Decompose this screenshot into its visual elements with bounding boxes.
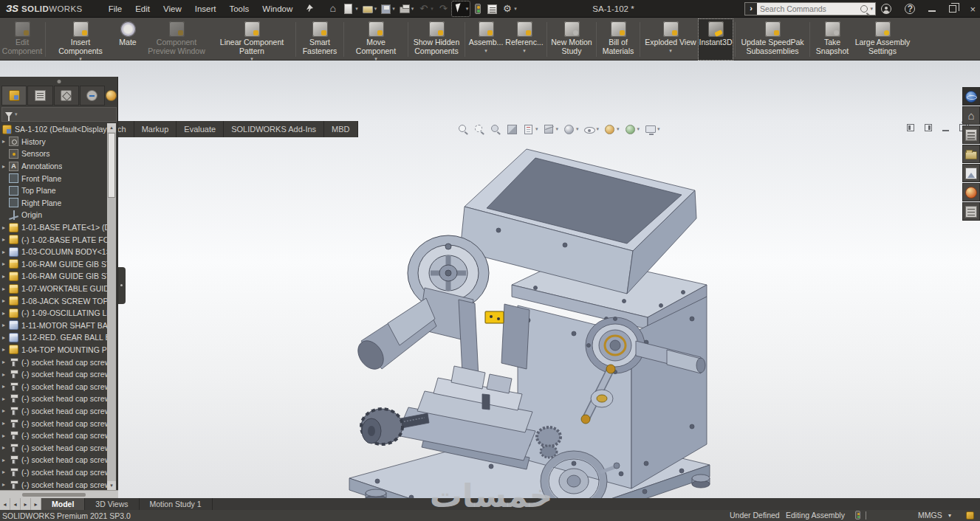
tree-vertical-scrollbar[interactable]: ▴ ▾ <box>107 123 116 490</box>
expand-arrow-icon[interactable]: ▸ <box>2 286 9 292</box>
appearances-scenes-tab[interactable] <box>962 183 980 201</box>
tab-markup[interactable]: Markup <box>134 121 177 137</box>
tree-item-component[interactable]: ▸ 1-01-BASE PLATE<1> (D <box>0 221 108 234</box>
open-button[interactable]: ▾ <box>361 1 379 16</box>
tree-item-component[interactable]: ▸ (-) 1-09-OSCILLATING LE <box>0 307 108 320</box>
expand-arrow-icon[interactable]: ▸ <box>2 396 9 402</box>
large-assembly-settings-button[interactable]: Large Assembly Settings ▾ <box>852 19 913 60</box>
tree-item-component[interactable]: ▸ 1-07-WORKTABLE GUIDE <box>0 283 108 295</box>
tree-item-component[interactable]: ▸ 1-12-RED. GEAR BALL BE <box>0 331 108 344</box>
tree-item-fastener[interactable]: ▸ (-) socket head cap screw <box>0 466 108 479</box>
expand-arrow-icon[interactable]: ▸ <box>2 236 9 243</box>
select-button[interactable]: ▾ <box>452 1 470 16</box>
scrollbar-thumb[interactable] <box>22 493 86 497</box>
tree-item-history[interactable]: ▸ History <box>0 136 108 148</box>
tree-root-item[interactable]: SA-1-102 (Default<Display <box>0 123 108 136</box>
view-orientation-button[interactable]: ▾ <box>544 124 559 135</box>
highlighted-tool-insert[interactable] <box>485 311 504 323</box>
scroll-up-button[interactable]: ▴ <box>107 123 116 132</box>
graphics-area[interactable]: AssemblyLayoutSketchMarkupEvaluateSOLIDW… <box>0 61 980 498</box>
tab-mbd[interactable]: MBD <box>324 121 357 137</box>
tree-filter-bar[interactable]: ▾ <box>1 107 117 122</box>
file-properties-button[interactable]: ▾ <box>486 1 498 16</box>
update-speedpak-button[interactable]: Update SpeedPak Subassemblies ▾ <box>738 19 807 60</box>
search-icon[interactable] <box>860 5 868 13</box>
home-button[interactable]: ▾ <box>326 1 340 16</box>
dynamic-annotation-views-button[interactable]: ▾ <box>523 124 538 135</box>
menu-view[interactable]: View <box>157 1 188 16</box>
tree-item-top-plane[interactable]: ▸ Top Plane <box>0 184 108 197</box>
scroll-last-button[interactable]: ▸ <box>31 498 41 510</box>
take-snapshot-button[interactable]: Take Snapshot ▾ <box>812 19 852 60</box>
insert-components-button[interactable]: Insert Components ▾ <box>48 19 113 60</box>
tree-item-component[interactable]: ▸ 1-11-MOTOR SHAFT BAL <box>0 320 108 332</box>
file-explorer-tab[interactable] <box>962 145 980 163</box>
worktable-vice-part[interactable] <box>397 366 535 469</box>
reduction-gear-part[interactable] <box>537 427 561 458</box>
tree-item-component[interactable]: ▸ (-) 1-02-BASE PLATE FOO <box>0 233 108 246</box>
tab-evaluate[interactable]: Evaluate <box>177 121 224 137</box>
expand-arrow-icon[interactable]: ▸ <box>2 322 9 328</box>
new-document-button[interactable]: ▾ <box>341 1 360 16</box>
view-settings-button[interactable]: ▾ <box>645 125 660 134</box>
show-hidden-components-button[interactable]: Show Hidden Components ▾ <box>411 19 462 60</box>
smart-fasteners-button[interactable]: Smart Fasteners ▾ <box>298 19 341 60</box>
zoom-to-fit-button[interactable]: ▾ <box>458 124 469 135</box>
menu-insert[interactable]: Insert <box>188 1 223 16</box>
menu-tools[interactable]: Tools <box>222 1 256 16</box>
expand-arrow-icon[interactable]: ▸ <box>2 334 9 341</box>
displaymanager-tab[interactable] <box>106 86 117 106</box>
expand-arrow-icon[interactable]: ▸ <box>2 407 9 414</box>
tree-item-fastener[interactable]: ▸ (-) socket head cap screw <box>0 478 108 490</box>
tree-item-component[interactable]: ▸ 1-06-RAM GUIDE GIB ST <box>0 270 108 283</box>
restore-button[interactable] <box>949 5 956 13</box>
motion-study-1-tab[interactable]: Motion Study 1 <box>140 498 213 510</box>
featuremanager-tab[interactable] <box>1 86 27 106</box>
tree-item-fastener[interactable]: ▸ (-) socket head cap screw <box>0 368 108 381</box>
apply-scene-button[interactable]: ▾ <box>625 124 640 135</box>
tree-item-fastener[interactable]: ▸ (-) socket head cap screw <box>0 393 108 405</box>
panel-splitter-handle[interactable] <box>118 267 126 304</box>
configurationmanager-tab[interactable] <box>54 86 79 106</box>
tree-item-fastener[interactable]: ▸ (-) socket head cap screw <box>0 441 108 454</box>
search-input[interactable] <box>757 4 860 13</box>
section-view-button[interactable]: ▾ <box>507 124 518 135</box>
expand-arrow-icon[interactable]: ▸ <box>2 359 9 365</box>
scroll-down-button[interactable]: ▾ <box>107 481 116 490</box>
linear-component-pattern-button[interactable]: Linear Component Pattern ▾ <box>210 19 293 60</box>
tree-item-component[interactable]: ▸ 1-04-TOP MOUNTING PL <box>0 344 108 356</box>
tree-item-fastener[interactable]: ▸ (-) socket head cap screw <box>0 417 108 429</box>
feed-knob-part[interactable] <box>361 409 402 444</box>
scrollbar-thumb[interactable] <box>108 133 115 198</box>
custom-properties-tab[interactable] <box>962 202 980 221</box>
3d-views-tab[interactable]: 3D Views <box>85 498 139 510</box>
print-button[interactable]: ▾ <box>398 1 416 16</box>
scroll-left-button[interactable]: ◂ <box>10 498 21 510</box>
redo-button[interactable]: ▾ <box>436 1 450 16</box>
tree-item-front-plane[interactable]: ▸ Front Plane <box>0 172 108 184</box>
solidworks-resources-tab[interactable] <box>962 87 980 106</box>
display-style-button[interactable]: ▾ <box>563 124 579 135</box>
tree-item-right-plane[interactable]: ▸ Right Plane <box>0 197 108 210</box>
panel-resize-dot[interactable] <box>57 80 61 83</box>
assembly-3d-model[interactable] <box>314 148 731 521</box>
minimize-button[interactable] <box>928 10 936 12</box>
undo-button[interactable]: ▾ <box>417 1 435 16</box>
tree-item-component[interactable]: ▸ 1-08-JACK SCREW TOP B <box>0 294 108 307</box>
search-dropdown-caret[interactable]: ▾ <box>870 6 873 12</box>
instant3d-button[interactable]: Instant3D ▾ <box>699 19 733 60</box>
options-button[interactable]: ▾ <box>500 1 518 16</box>
reference-geometry-button[interactable]: Referenc... ▾ <box>504 19 544 60</box>
units-caret[interactable]: ▾ <box>948 510 951 521</box>
scroll-right-button[interactable]: ▸ <box>21 498 31 510</box>
model-tab[interactable]: Model <box>41 498 85 510</box>
tree-item-sensors[interactable]: ▸ Sensors <box>0 148 108 160</box>
scroll-first-button[interactable]: ◂ <box>0 498 10 510</box>
viewport-minimize-button[interactable] <box>942 130 949 131</box>
previous-view-button[interactable]: ▾ <box>490 124 501 135</box>
assembly-features-button[interactable]: Assemb... ▾ <box>467 19 504 60</box>
tree-item-fastener[interactable]: ▸ (-) socket head cap screw <box>0 454 108 466</box>
tree-item-component[interactable]: ▸ 1-03-COLUMN BODY<1> <box>0 246 108 258</box>
dock-pane-left-icon[interactable] <box>907 124 914 131</box>
menu-edit[interactable]: Edit <box>129 1 157 16</box>
